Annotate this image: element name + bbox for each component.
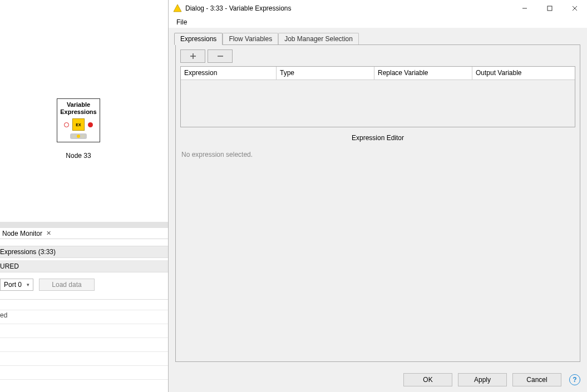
table-cell: ed (0, 311, 7, 322)
minimize-icon (522, 6, 527, 11)
dialog-variable-expressions: Dialog - 3:33 - Variable Expressions Fil… (168, 0, 587, 392)
add-expression-button[interactable] (180, 49, 205, 63)
tab-job-manager[interactable]: Job Manager Selection (278, 33, 359, 44)
minimize-button[interactable] (512, 0, 537, 17)
maximize-button[interactable] (537, 0, 562, 17)
close-button[interactable] (562, 0, 587, 17)
node-chip-icon: EX (72, 118, 85, 131)
node-monitor-tab-label: Node Monitor (0, 229, 45, 239)
svg-marker-0 (174, 4, 181, 12)
load-data-button[interactable]: Load data (39, 279, 95, 291)
dialog-button-row: OK Apply Cancel ? (169, 368, 587, 392)
cancel-button[interactable]: Cancel (512, 373, 561, 386)
expression-editor-label: Expression Editor (180, 134, 575, 142)
table-header: Expression Type Replace Variable Output … (181, 67, 575, 80)
node-input-port-icon[interactable] (64, 122, 69, 127)
node-variable-expressions[interactable]: Variable Expressions EX (57, 98, 100, 142)
expression-editor-placeholder: No expression selected. (180, 151, 575, 158)
ok-button[interactable]: OK (403, 373, 452, 386)
col-replace[interactable]: Replace Variable (374, 67, 472, 80)
remove-expression-button[interactable] (208, 49, 233, 63)
apply-button[interactable]: Apply (458, 373, 507, 386)
port-select[interactable]: Port 0 ▾ (0, 279, 33, 291)
svg-rect-2 (547, 6, 552, 11)
tab-expressions[interactable]: Expressions (174, 33, 223, 45)
node-output-port-icon[interactable] (88, 122, 93, 127)
minus-icon (217, 53, 224, 59)
plus-icon (190, 53, 196, 59)
col-type[interactable]: Type (277, 67, 374, 80)
tab-strip: Expressions Flow Variables Job Manager S… (169, 28, 587, 44)
expressions-table[interactable]: Expression Type Replace Variable Output … (180, 66, 575, 127)
chevron-down-icon: ▾ (27, 282, 29, 287)
help-icon[interactable]: ? (569, 374, 580, 385)
dialog-icon (173, 4, 182, 13)
node-title: Variable Expressions (57, 99, 100, 117)
dialog-title: Dialog - 3:33 - Variable Expressions (185, 4, 512, 12)
node-status-icon (70, 133, 87, 139)
close-icon[interactable]: ✕ (46, 230, 51, 237)
table-body-empty (181, 80, 575, 127)
dialog-menubar: File (169, 17, 587, 28)
dialog-titlebar[interactable]: Dialog - 3:33 - Variable Expressions (169, 0, 587, 17)
menu-file[interactable]: File (173, 18, 190, 27)
maximize-icon (547, 6, 553, 11)
close-icon (572, 6, 578, 11)
col-expression[interactable]: Expression (181, 67, 277, 80)
tab-flow-variables[interactable]: Flow Variables (223, 33, 278, 44)
node-id-label: Node 33 (57, 152, 100, 160)
col-output[interactable]: Output Variable (472, 67, 575, 80)
port-select-label: Port 0 (4, 281, 22, 289)
tab-panel-expressions: Expression Type Replace Variable Output … (175, 44, 580, 362)
